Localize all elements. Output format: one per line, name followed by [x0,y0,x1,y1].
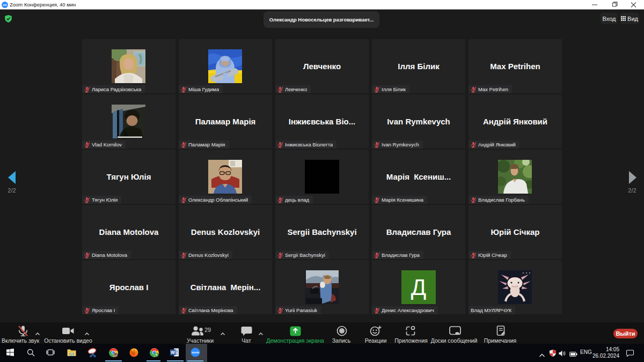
svg-text:zoom: zoom [192,351,199,354]
svg-text:A: A [155,353,157,356]
svg-text:W: W [171,350,175,355]
svg-text:29: 29 [204,327,211,333]
